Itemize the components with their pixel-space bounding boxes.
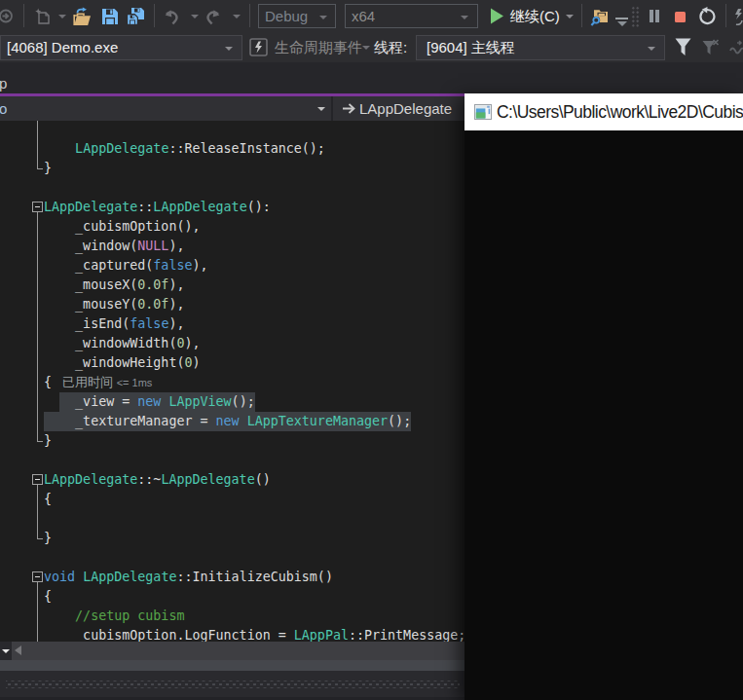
code-line-18[interactable]: { (0, 490, 465, 509)
code-line-1[interactable]: } (0, 159, 465, 178)
stop-debugging-icon[interactable] (675, 12, 686, 22)
outline-guide-line (37, 582, 38, 642)
show-threads-in-source-icon[interactable] (729, 40, 743, 56)
continue-button[interactable]: 继续(C) (510, 0, 560, 33)
toolbar-separator (725, 4, 726, 27)
new-item-icon[interactable] (34, 8, 51, 25)
code-line-3[interactable]: LAppDelegate::LAppDelegate(): (0, 198, 465, 217)
undo-dropdown-icon[interactable] (191, 15, 199, 18)
restart-icon[interactable] (698, 7, 716, 26)
code-line-20[interactable]: } (0, 529, 465, 548)
code-line-5[interactable]: _window(NULL), (0, 237, 465, 256)
code-line-16[interactable] (0, 451, 465, 470)
code-editor[interactable]: LAppDelegate::ReleaseInstance();}LAppDel… (0, 121, 465, 642)
code-line-25[interactable]: _cubismOption.LogFunction = LAppPal::Pri… (0, 626, 465, 642)
lifecycle-events-button[interactable]: 生命周期事件 (275, 31, 362, 64)
toolbar-separator (249, 4, 250, 27)
code-line-17[interactable]: LAppDelegate::~LAppDelegate() (0, 470, 465, 490)
toolbar-grip[interactable] (631, 6, 640, 28)
code-line-10[interactable]: _windowWidth(0), (0, 334, 465, 353)
code-line-13[interactable]: _view = new LAppView(); (0, 392, 465, 412)
code-line-22[interactable]: void LAppDelegate::InitializeCubism() (0, 568, 465, 587)
code-line-9[interactable]: _isEnd(false), (0, 314, 465, 334)
code-line-19[interactable] (0, 509, 465, 529)
outline-guide-foot (37, 441, 43, 442)
filter-icon[interactable] (675, 38, 691, 56)
code-line-2[interactable] (0, 178, 465, 198)
demo-window-icon (474, 104, 492, 120)
thread-value: [9604] 主线程 (423, 39, 515, 55)
solution-platform-dropdown[interactable]: x64 (345, 4, 478, 28)
navbar-member-arrow-icon (342, 102, 356, 115)
standard-toolbar: Debug x64 继续(C) (0, 0, 743, 33)
document-tab-strip: p (0, 62, 743, 93)
code-text: _isEnd(false), (44, 314, 184, 334)
navbar-project-fragment[interactable]: o (0, 100, 7, 117)
code-line-4[interactable]: _cubismOption(), (0, 217, 465, 237)
code-line-24[interactable]: //setup cubism (0, 607, 465, 626)
toolbar-overflow-line-icon (615, 18, 628, 19)
process-dropdown[interactable]: [4068] Demo.exe (0, 35, 242, 60)
demo-window-content (464, 130, 743, 700)
thread-label: 线程: (374, 31, 407, 64)
code-line-11[interactable]: _windowHeight(0) (0, 353, 465, 373)
break-all-icon2[interactable] (655, 10, 659, 22)
navbar-member-dropdown[interactable]: LAppDelegate (359, 100, 452, 117)
save-icon[interactable] (101, 8, 119, 25)
new-item-dropdown-icon[interactable] (58, 15, 66, 18)
code-line-12[interactable]: {已用时间 <= 1ms (0, 373, 465, 392)
solution-config-dropdown[interactable]: Debug (258, 4, 336, 28)
splitter-menu-button[interactable] (0, 642, 12, 660)
scrollbar-lower-strip (0, 660, 465, 671)
toolbar-separator (23, 4, 24, 27)
break-all-icon[interactable] (650, 10, 653, 22)
collapse-box-icon[interactable] (32, 474, 43, 485)
show-next-statement-icon[interactable] (734, 8, 743, 25)
continue-play-icon[interactable] (490, 8, 504, 24)
perf-tip: 已用时间 <= 1ms (62, 373, 152, 392)
demo-app-window[interactable]: C:\Users\Public\work\Live2D\Cubis (464, 93, 743, 700)
code-line-23[interactable]: { (0, 587, 465, 607)
code-line-8[interactable]: _mouseY(0.0f), (0, 295, 465, 314)
lifecycle-dropdown-icon[interactable] (362, 46, 370, 50)
code-text: { (44, 490, 52, 509)
toolbar-separator (154, 4, 155, 27)
undo-icon[interactable] (163, 9, 180, 25)
navigate-forward-icon[interactable] (0, 9, 14, 23)
horizontal-scrollbar[interactable] (0, 642, 465, 660)
code-text: //setup cubism (44, 607, 184, 626)
outline-guide-foot (37, 538, 43, 539)
code-line-7[interactable]: _mouseX(0.0f), (0, 276, 465, 295)
save-all-icon[interactable] (126, 7, 145, 26)
scroll-left-button[interactable] (15, 645, 21, 655)
process-dropdown-arrow-icon (225, 47, 233, 51)
thread-dropdown[interactable]: [9604] 主线程 (416, 35, 665, 60)
solution-config-value: Debug (265, 8, 308, 24)
code-line-0[interactable]: LAppDelegate::ReleaseInstance(); (0, 139, 465, 159)
code-line-6[interactable]: _captured(false), (0, 256, 465, 276)
find-in-files-icon[interactable] (590, 7, 612, 27)
navbar-divider (331, 96, 333, 121)
document-tab-label-fragment[interactable]: p (0, 75, 7, 92)
demo-window-titlebar[interactable]: C:\Users\Public\work\Live2D\Cubis (464, 93, 743, 130)
toolbar-overflow-arrow-icon[interactable] (617, 21, 627, 26)
thread-dropdown-arrow-icon (648, 47, 655, 51)
panel-grip-dots[interactable] (6, 681, 460, 688)
code-line-21[interactable] (0, 548, 465, 568)
open-file-icon[interactable] (72, 7, 93, 27)
outline-guide-line (37, 212, 38, 441)
collapse-box-icon[interactable] (32, 202, 43, 212)
continue-dropdown-icon[interactable] (566, 15, 574, 18)
lifecycle-events-icon[interactable] (249, 38, 268, 56)
redo-dropdown-icon[interactable] (233, 15, 241, 18)
solution-platform-value: x64 (352, 8, 375, 24)
collapse-box-icon[interactable] (32, 571, 43, 582)
code-text: LAppDelegate::ReleaseInstance(); (44, 139, 325, 159)
navbar-scope-dropdown-icon[interactable] (317, 107, 325, 111)
code-line-15[interactable]: } (0, 431, 465, 451)
config-dropdown-arrow-icon (319, 16, 327, 19)
clear-filter-icon[interactable] (702, 39, 720, 56)
code-text: _cubismOption(), (44, 217, 200, 237)
redo-icon[interactable] (204, 9, 222, 25)
code-line-14[interactable]: _textureManager = new LAppTextureManager… (0, 412, 465, 431)
